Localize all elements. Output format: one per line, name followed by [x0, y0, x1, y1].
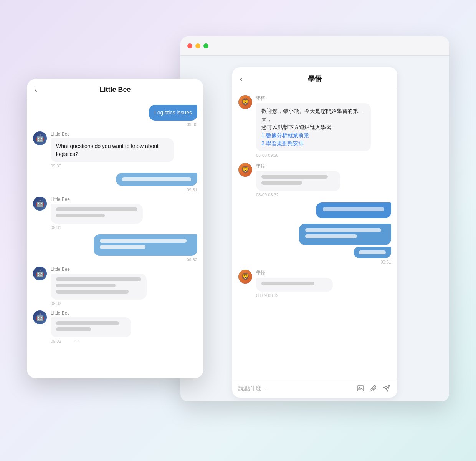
svg-rect-0 — [357, 386, 364, 391]
chat-title-xuewu: 學悟 — [308, 74, 322, 83]
msg-sender: Little Bee — [51, 310, 131, 316]
msg-row-user: 09:31 — [33, 173, 197, 192]
msg-bubble-sent-placeholder — [316, 202, 391, 218]
msg-row-user — [238, 202, 391, 218]
msg-time: 09:31 — [51, 225, 143, 230]
small-chat-messages: Logistics issues 09:30 🤖 Little Bee What… — [27, 99, 203, 349]
browser-titlebar — [180, 36, 449, 56]
msg-row: 🦁 學悟 08-09 08:32 — [238, 270, 391, 298]
msg-content: 學悟 歡迎您，張小飛。今天是您開始學習的第一天， 您可以點擊下方連結進入學習： … — [256, 95, 371, 158]
msg-bubble-placeholder — [256, 171, 340, 191]
avatar-xuewu: 🦁 — [238, 163, 252, 177]
avatar-little-bee: 🤖 — [33, 267, 47, 280]
msg-bubble-received-text: What questions do you want to know about… — [51, 138, 174, 162]
lion-avatar-icon: 🦁 — [238, 163, 252, 177]
msg-time: 08-08 09:28 — [256, 153, 371, 158]
msg-sender: Little Bee — [51, 267, 147, 272]
small-chat-title: Little Bee — [99, 86, 131, 94]
browser-window: ‹ 學悟 🦁 學悟 歡迎您，張小飛。今天是您開始學習的第一天， 您 — [180, 36, 449, 401]
msg-content: 學悟 08-09 08:32 — [256, 270, 333, 298]
avatar-little-bee: 🤖 — [33, 131, 47, 145]
msg-time: 09:30 — [51, 164, 174, 168]
msg-content-user: 09:32 — [94, 234, 197, 262]
msg-bubble-received-ph2 — [51, 274, 147, 300]
msg-content: Little Bee 09:31 — [51, 197, 143, 230]
robot-avatar-icon: 🤖 — [33, 267, 47, 280]
msg-row-user: Logistics issues 09:30 — [33, 105, 197, 127]
msg-bubble-sent-multi2 — [94, 234, 197, 256]
msg-content: Little Bee 09:32 ✓✓ — [51, 310, 131, 344]
avatar-little-bee: 🤖 — [33, 197, 47, 211]
lion-avatar-icon: 🦁 — [238, 95, 252, 109]
msg-bubble-sent-small — [354, 247, 391, 258]
msg-bubble-placeholder-2 — [256, 278, 333, 292]
msg-time: 08-09 08:32 — [256, 192, 340, 197]
browser-close-dot[interactable] — [187, 43, 192, 48]
chat-header-xuewu: ‹ 學悟 — [232, 67, 397, 89]
browser-minimize-dot[interactable] — [195, 43, 200, 48]
msg-row-user: 09:32 — [33, 234, 197, 262]
msg-content: Little Bee What questions do you want to… — [51, 131, 174, 168]
msg-time: 09:32 — [51, 301, 147, 306]
msg-content-user: Logistics issues 09:30 — [149, 105, 197, 127]
lion-avatar-icon: 🦁 — [238, 270, 252, 284]
avatar-little-bee: 🤖 — [33, 310, 47, 324]
image-icon[interactable] — [356, 384, 365, 393]
avatar-xuewu: 🦁 — [238, 95, 252, 109]
chat-panel-xuewu: ‹ 學悟 🦁 學悟 歡迎您，張小飛。今天是您開始學習的第一天， 您 — [232, 67, 397, 398]
msg-content-user — [316, 202, 391, 218]
svg-point-1 — [359, 387, 360, 388]
msg-sender: Little Bee — [51, 131, 174, 137]
browser-maximize-dot[interactable] — [203, 43, 208, 48]
msg-time: 09:31 — [187, 187, 197, 192]
msg-time: 08-09 08:32 — [256, 293, 333, 298]
back-button-xuewu[interactable]: ‹ — [240, 75, 243, 83]
msg-sender: 學悟 — [256, 270, 333, 276]
back-button-small[interactable]: ‹ — [35, 85, 37, 94]
msg-content-user: 09:31 — [299, 224, 391, 264]
chat-input-icons — [356, 384, 391, 393]
msg-row: 🦁 學悟 08-09 08:32 — [238, 163, 391, 197]
msg-sender: Little Bee — [51, 197, 143, 202]
msg-link-2[interactable]: 2.學習規劃與安排 — [261, 139, 365, 148]
msg-bubble-received-ph3 — [51, 317, 131, 337]
msg-content: Little Bee 09:32 — [51, 267, 147, 306]
chat-input-bar: 說點什麼 ... — [232, 379, 397, 398]
msg-bubble-sent-ph — [116, 173, 197, 186]
chat-window-little-bee: ‹ Little Bee Logistics issues 09:30 🤖 Li… — [27, 79, 203, 378]
robot-avatar-icon: 🤖 — [33, 131, 47, 145]
msg-text-line2: 您可以點擊下方連結進入學習： — [261, 124, 337, 130]
msg-time: 09:30 — [187, 122, 197, 127]
attachment-icon[interactable] — [369, 384, 378, 393]
scene: ‹ 學悟 🦁 學悟 歡迎您，張小飛。今天是您開始學習的第一天， 您 — [27, 29, 449, 432]
robot-avatar-icon: 🤖 — [33, 197, 47, 211]
robot-avatar-icon: 🤖 — [33, 310, 47, 324]
send-icon[interactable] — [382, 384, 391, 393]
msg-row: 🤖 Little Bee 09:31 — [33, 197, 197, 230]
msg-bubble-received: 歡迎您，張小飛。今天是您開始學習的第一天， 您可以點擊下方連結進入學習： 1.數… — [256, 103, 371, 151]
msg-bubble-sent-multi — [299, 224, 391, 245]
msg-text-line1: 歡迎您，張小飛。今天是您開始學習的第一天， — [261, 108, 364, 122]
msg-time: 09:31 — [380, 260, 391, 264]
msg-sender: 學悟 — [256, 163, 340, 169]
msg-time: 09:32 ✓✓ — [51, 339, 131, 344]
msg-row-user: 09:31 — [238, 224, 391, 264]
msg-content: 學悟 08-09 08:32 — [256, 163, 340, 197]
avatar-xuewu: 🦁 — [238, 270, 252, 284]
msg-sender: 學悟 — [256, 95, 371, 102]
msg-time: 09:32 — [187, 257, 197, 262]
msg-row: 🤖 Little Bee 09:32 — [33, 267, 197, 306]
msg-content-user: 09:31 — [116, 173, 197, 192]
msg-bubble-received-ph — [51, 204, 143, 224]
msg-row: 🤖 Little Bee What questions do you want … — [33, 131, 197, 168]
msg-bubble-logistics: Logistics issues — [149, 105, 197, 121]
msg-row: 🤖 Little Bee 09:32 ✓✓ — [33, 310, 197, 344]
chat-input-placeholder[interactable]: 說點什麼 ... — [238, 385, 351, 392]
small-chat-header: ‹ Little Bee — [27, 79, 203, 99]
browser-content: ‹ 學悟 🦁 學悟 歡迎您，張小飛。今天是您開始學習的第一天， 您 — [180, 56, 449, 401]
chat-messages-xuewu: 🦁 學悟 歡迎您，張小飛。今天是您開始學習的第一天， 您可以點擊下方連結進入學習… — [232, 89, 397, 379]
msg-link-1[interactable]: 1.數據分析就業前景 — [261, 131, 365, 139]
msg-row: 🦁 學悟 歡迎您，張小飛。今天是您開始學習的第一天， 您可以點擊下方連結進入學習… — [238, 95, 391, 158]
